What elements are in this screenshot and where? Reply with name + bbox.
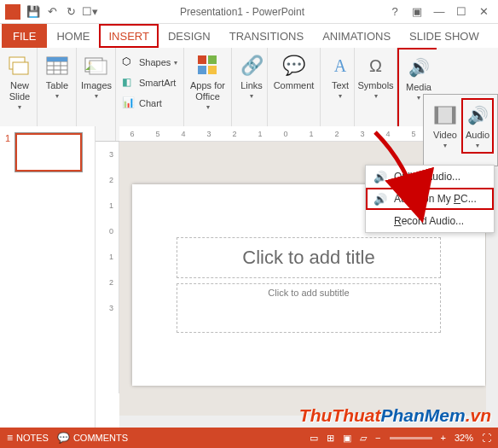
tab-file[interactable]: FILE bbox=[2, 24, 47, 48]
comment-button[interactable]: 💬Comment bbox=[271, 50, 316, 94]
save-icon[interactable]: 💾 bbox=[24, 3, 43, 21]
text-icon: A bbox=[327, 53, 353, 79]
smartart-button[interactable]: ◧SmartArt bbox=[119, 74, 178, 91]
close-icon[interactable]: ✕ bbox=[474, 3, 493, 21]
record-audio-item[interactable]: Record Audio... bbox=[366, 210, 494, 232]
redo-icon[interactable]: ↻ bbox=[61, 3, 80, 21]
window-title: Presentation1 - PowerPoint bbox=[99, 6, 385, 18]
table-icon bbox=[44, 53, 70, 79]
view-reading-icon[interactable]: ▣ bbox=[343, 433, 351, 444]
text-button[interactable]: AText▾ bbox=[324, 50, 356, 102]
zoom-level[interactable]: 32% bbox=[455, 433, 473, 443]
zoom-slider[interactable] bbox=[390, 437, 432, 439]
maximize-icon[interactable]: ☐ bbox=[452, 3, 471, 21]
status-bar: ≡NOTES 💬COMMENTS ▭ ⊞ ▣ ▱ − + 32% ⛶ bbox=[0, 428, 498, 448]
online-audio-item[interactable]: 🔊Online Audio... bbox=[366, 166, 494, 188]
smartart-icon: ◧ bbox=[122, 76, 136, 90]
shapes-button[interactable]: ⬡Shapes▾ bbox=[119, 54, 180, 71]
apps-icon bbox=[195, 53, 221, 79]
chart-button[interactable]: 📊Chart bbox=[119, 95, 165, 112]
svg-rect-14 bbox=[198, 66, 206, 74]
tab-transitions[interactable]: TRANSITIONS bbox=[220, 24, 313, 48]
app-icon bbox=[5, 4, 20, 20]
audio-button[interactable]: 🔊Audio▾ bbox=[461, 98, 494, 154]
watermark: ThuThuatPhanMem.vn bbox=[299, 405, 491, 426]
touch-mode-icon[interactable]: ☐▾ bbox=[80, 3, 99, 21]
media-submenu: Video▾ 🔊Audio▾ bbox=[423, 94, 498, 166]
tab-animations[interactable]: ANIMATIONS bbox=[313, 24, 400, 48]
svg-rect-12 bbox=[198, 55, 206, 64]
svg-rect-18 bbox=[452, 107, 455, 124]
video-button[interactable]: Video▾ bbox=[429, 98, 461, 154]
ruler-vertical: 3210123 bbox=[104, 142, 119, 393]
fit-to-window-icon[interactable]: ⛶ bbox=[482, 433, 491, 443]
view-normal-icon[interactable]: ▭ bbox=[310, 433, 318, 444]
comments-button[interactable]: 💬COMMENTS bbox=[57, 432, 128, 444]
undo-icon[interactable]: ↶ bbox=[43, 3, 61, 21]
svg-rect-1 bbox=[13, 62, 28, 74]
view-sorter-icon[interactable]: ⊞ bbox=[327, 433, 334, 444]
thumbnail-number: 1 bbox=[5, 133, 10, 172]
svg-rect-8 bbox=[47, 57, 67, 61]
audio-icon: 🔊 bbox=[465, 102, 490, 128]
images-button[interactable]: Images▾ bbox=[80, 50, 113, 102]
title-bar: 💾 ↶ ↻ ☐▾ Presentation1 - PowerPoint ? ▣ … bbox=[0, 0, 498, 24]
zoom-in-button[interactable]: + bbox=[441, 433, 446, 443]
ribbon-tabs: FILE HOME INSERT DESIGN TRANSITIONS ANIM… bbox=[0, 24, 498, 48]
thumbnail-panel: 1 bbox=[0, 126, 96, 428]
subtitle-placeholder[interactable]: Click to add subtitle bbox=[177, 283, 441, 333]
record-audio-icon bbox=[374, 214, 387, 228]
help-icon[interactable]: ? bbox=[385, 3, 404, 21]
view-slideshow-icon[interactable]: ▱ bbox=[360, 433, 367, 444]
chart-icon: 📊 bbox=[122, 96, 136, 110]
notes-icon: ≡ bbox=[7, 432, 13, 444]
online-audio-icon: 🔊 bbox=[374, 170, 387, 183]
audio-pc-icon: 🔊 bbox=[374, 192, 387, 206]
new-slide-icon bbox=[7, 53, 32, 79]
ribbon-options-icon[interactable]: ▣ bbox=[408, 3, 426, 21]
new-slide-button[interactable]: New Slide▾ bbox=[3, 50, 36, 113]
apps-button[interactable]: Apps for Office▾ bbox=[188, 50, 228, 113]
images-icon bbox=[84, 53, 109, 79]
tab-slideshow[interactable]: SLIDE SHOW bbox=[400, 24, 489, 48]
audio-on-pc-item[interactable]: 🔊Audio on My PC... bbox=[366, 188, 494, 210]
shapes-icon: ⬡ bbox=[122, 55, 136, 69]
links-button[interactable]: 🔗Links▾ bbox=[235, 50, 268, 102]
title-placeholder[interactable]: Click to add title bbox=[177, 237, 441, 278]
svg-rect-17 bbox=[435, 107, 438, 124]
audio-dropdown: 🔊Online Audio... 🔊Audio on My PC... Reco… bbox=[365, 165, 495, 233]
svg-rect-11 bbox=[90, 61, 107, 74]
comment-icon: 💬 bbox=[281, 53, 307, 79]
thumbnail-slide-1[interactable] bbox=[15, 133, 82, 172]
tab-design[interactable]: DESIGN bbox=[159, 24, 220, 48]
symbols-icon: Ω bbox=[363, 53, 389, 79]
zoom-out-button[interactable]: − bbox=[375, 433, 380, 443]
media-icon: 🔊 bbox=[406, 55, 431, 80]
notes-button[interactable]: ≡NOTES bbox=[7, 432, 49, 444]
symbols-button[interactable]: ΩSymbols▾ bbox=[358, 50, 393, 102]
minimize-icon[interactable]: — bbox=[430, 3, 449, 21]
table-button[interactable]: Table▾ bbox=[41, 50, 73, 102]
svg-rect-15 bbox=[208, 66, 217, 74]
tab-home[interactable]: HOME bbox=[47, 24, 99, 48]
tab-insert[interactable]: INSERT bbox=[99, 24, 158, 48]
svg-rect-13 bbox=[208, 55, 217, 64]
comments-icon: 💬 bbox=[57, 432, 70, 444]
links-icon: 🔗 bbox=[239, 53, 264, 79]
video-icon bbox=[432, 102, 458, 128]
